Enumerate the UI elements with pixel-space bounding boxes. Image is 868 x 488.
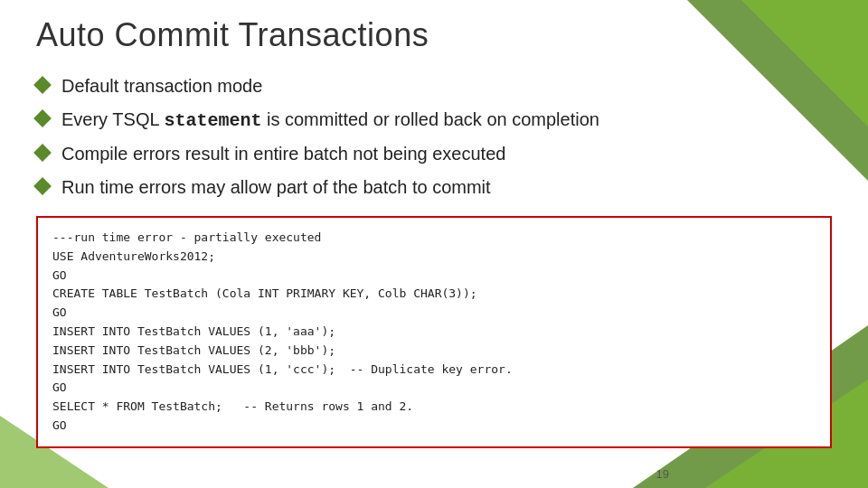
- page-title: Auto Commit Transactions: [36, 16, 832, 54]
- bullet-diamond-3: [33, 144, 52, 162]
- bullet-diamond-2: [33, 109, 52, 127]
- bullet-text-4: Run time errors may allow part of the ba…: [61, 175, 832, 200]
- bullet-text-3: Compile errors result in entire batch no…: [61, 142, 832, 166]
- code-block: ---run time error - partially executed U…: [36, 216, 832, 448]
- page-number: 19: [656, 467, 669, 481]
- bullet-diamond-1: [33, 76, 52, 94]
- bullet-item-1: Default transaction mode: [36, 74, 832, 99]
- bullet-text-2: Every TSQL statement is committed or rol…: [61, 108, 832, 133]
- bullet-text-1: Default transaction mode: [61, 74, 832, 99]
- bullet-item-2: Every TSQL statement is committed or rol…: [36, 108, 832, 133]
- bullet-item-3: Compile errors result in entire batch no…: [36, 142, 832, 166]
- bullet-item-4: Run time errors may allow part of the ba…: [36, 175, 832, 200]
- main-content: Auto Commit Transactions Default transac…: [0, 0, 868, 466]
- bullet-2-after: is committed or rolled back on completio…: [261, 109, 599, 129]
- code-content: ---run time error - partially executed U…: [52, 229, 816, 436]
- bullet-2-code: statement: [164, 110, 261, 131]
- bullet-2-before: Every TSQL: [61, 109, 164, 129]
- bullet-list: Default transaction mode Every TSQL stat…: [36, 74, 832, 200]
- bullet-diamond-4: [33, 177, 52, 195]
